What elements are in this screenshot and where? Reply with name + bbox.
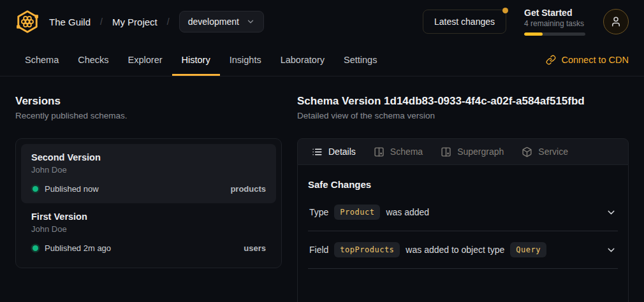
app-header: The Guild / My Project / development Lat… [0,0,644,43]
connect-to-cdn-link[interactable]: Connect to CDN [546,43,629,76]
get-started-subtitle: 4 remaining tasks [524,19,585,28]
columns-icon [374,147,384,157]
detail-tabs: Details Schema Supergraph Service [297,138,629,165]
schema-version-panel: Schema Version 1d14db83-0933-4f4c-a02f-a… [297,94,629,302]
tab-service-label: Service [538,147,568,157]
notification-dot [502,8,508,13]
cube-icon [522,147,532,157]
user-icon [610,16,622,27]
project-name[interactable]: My Project [112,17,157,27]
latest-changes-button[interactable]: Latest changes [423,10,506,34]
link-icon [546,55,556,65]
type-name-badge: Query [510,242,546,257]
breadcrumb-separator: / [167,17,170,27]
version-list-item[interactable]: First Version John Doe Published 2m ago … [21,203,276,262]
breadcrumb: The Guild / My Project / development [15,10,264,34]
header-actions: Latest changes Get Started 4 remaining t… [423,8,629,36]
tab-supergraph[interactable]: Supergraph [432,139,513,164]
chevron-down-icon[interactable] [606,245,617,255]
tab-insights[interactable]: Insights [220,43,271,76]
tab-details[interactable]: Details [303,139,365,164]
versions-list: Second Version John Doe Published now pr… [15,138,282,268]
tab-supergraph-label: Supergraph [457,147,504,157]
tab-schema-view[interactable]: Schema [365,139,432,164]
org-name[interactable]: The Guild [49,17,91,27]
version-list-item[interactable]: Second Version John Doe Published now pr… [21,144,276,203]
tab-schema-view-label: Schema [390,147,423,157]
main-nav: Schema Checks Explorer History Insights … [0,43,644,76]
field-name-badge: topProducts [334,242,400,257]
guild-logo-icon[interactable] [15,10,40,34]
get-started-progress-fill [524,32,543,36]
latest-changes-label: Latest changes [434,17,495,27]
tab-details-label: Details [328,147,356,157]
version-service: users [244,243,266,253]
chevron-down-icon [246,17,255,26]
published-status-icon [33,186,38,192]
type-name-badge: Product [334,205,380,220]
connect-to-cdn-label: Connect to CDN [561,55,629,65]
versions-panel: Versions Recently published schemas. Sec… [15,94,282,302]
breadcrumb-separator: / [100,17,103,27]
tab-service[interactable]: Service [513,139,577,164]
change-row[interactable]: Type Product was added [308,194,618,231]
list-icon [312,147,323,157]
main-content: Versions Recently published schemas. Sec… [0,76,644,302]
user-avatar[interactable] [603,9,629,34]
tab-laboratory[interactable]: Laboratory [271,43,334,76]
change-text: Field [309,245,328,255]
change-row[interactable]: Field topProducts was added to object ty… [308,231,618,269]
versions-subtitle: Recently published schemas. [15,111,282,120]
environment-select-value: development [188,17,239,27]
version-name: Second Version [31,152,266,162]
columns-icon [441,147,451,157]
change-text: was added to object type [406,245,504,255]
tab-checks[interactable]: Checks [68,43,118,76]
changes-panel: Safe Changes Type Product was added Fiel… [297,165,629,302]
schema-version-subtitle: Detailed view of the schema version [297,111,629,120]
version-status: Published 2m ago [45,243,111,253]
tab-history[interactable]: History [172,43,220,76]
version-service: products [230,184,266,194]
environment-select[interactable]: development [179,11,264,32]
tab-schema[interactable]: Schema [15,43,68,76]
version-author: John Doe [31,165,266,175]
version-status: Published now [45,184,99,194]
safe-changes-heading: Safe Changes [308,179,618,190]
change-text: was added [386,207,429,217]
get-started-title: Get Started [524,8,585,18]
change-text: Type [309,207,328,217]
versions-title: Versions [15,94,282,108]
version-author: John Doe [31,224,266,234]
nav-tabs: Schema Checks Explorer History Insights … [15,43,386,76]
get-started-widget[interactable]: Get Started 4 remaining tasks [524,8,585,36]
tab-settings[interactable]: Settings [334,43,386,76]
version-name: First Version [31,212,266,222]
get-started-progress-bar [524,32,585,36]
chevron-down-icon[interactable] [606,207,617,218]
tab-explorer[interactable]: Explorer [119,43,172,76]
schema-version-title: Schema Version 1d14db83-0933-4f4c-a02f-a… [297,94,629,108]
published-status-icon [33,245,38,251]
